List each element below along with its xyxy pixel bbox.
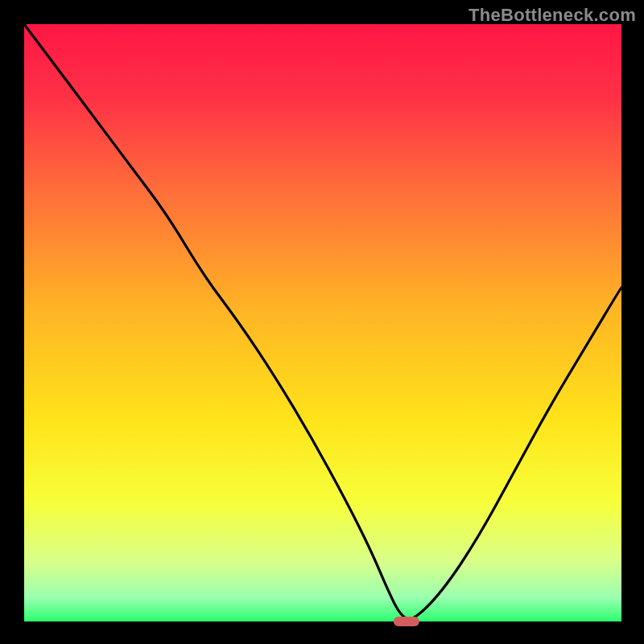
optimal-marker bbox=[394, 617, 419, 626]
bottleneck-plot bbox=[0, 0, 644, 644]
plot-background bbox=[24, 24, 621, 621]
watermark-label: TheBottleneck.com bbox=[469, 5, 636, 26]
chart-canvas: TheBottleneck.com bbox=[0, 0, 644, 644]
